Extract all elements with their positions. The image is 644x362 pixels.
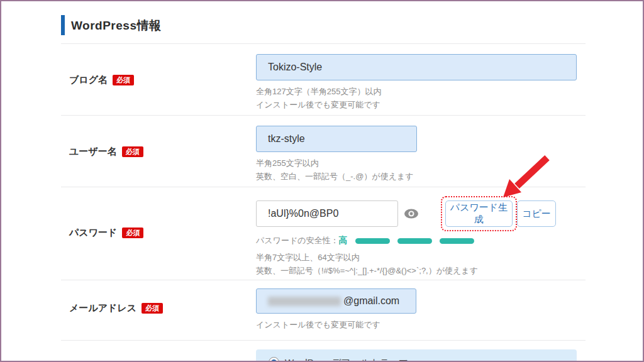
password-label: パスワード: [69, 227, 117, 239]
email-domain-text: @gmail.com: [343, 295, 399, 307]
required-badge: 必須: [122, 146, 143, 157]
generate-password-button[interactable]: パスワード生成: [445, 200, 513, 227]
radio-selected-dot: [271, 359, 277, 362]
blog-name-label: ブログ名: [69, 74, 108, 86]
blog-name-help: 全角127文字（半角255文字）以内 インストール後でも変更可能です: [256, 85, 381, 111]
divider: [61, 115, 586, 116]
help-line: インストール後でも変更可能です: [256, 98, 381, 111]
password-label-row: パスワード 必須: [69, 227, 143, 239]
annotation-arrow-icon: [489, 152, 552, 201]
help-line: 英数、空白、一部記号（_-.@）が使えます: [256, 170, 414, 183]
password-input[interactable]: [256, 200, 398, 227]
help-line: 全角127文字（半角255文字）以内: [256, 85, 381, 98]
email-label: メールアドレス: [69, 302, 136, 314]
required-badge: 必須: [142, 303, 163, 314]
wordpress-info-form: WordPress情報 ブログ名 必須 全角127文字（半角255文字）以内 イ…: [0, 0, 644, 362]
divider: [61, 187, 586, 187]
help-line: インストール後でも変更可能です: [256, 318, 380, 331]
email-input[interactable]: @gmail.com: [256, 288, 416, 314]
strength-bar: [355, 238, 390, 244]
blog-name-input[interactable]: [256, 54, 577, 80]
password-strength-row: パスワードの安全性： 高: [256, 235, 482, 246]
required-badge: 必須: [122, 228, 143, 238]
password-strength-value: 高: [339, 235, 348, 246]
theme-option-box: WordPressデフォルトテーマ: [256, 349, 577, 362]
strength-bar: [397, 238, 432, 244]
email-label-row: メールアドレス 必須: [69, 302, 163, 314]
password-help: 半角7文字以上、64文字以内 英数、一部記号（!#$%=~^|:_[].+-*/…: [256, 251, 478, 277]
theme-radio-wordpress-default[interactable]: [269, 357, 279, 362]
user-name-input[interactable]: [256, 126, 417, 152]
blog-name-label-row: ブログ名 必須: [69, 74, 134, 86]
toggle-password-visibility-icon[interactable]: [404, 207, 419, 220]
password-strength-label: パスワードの安全性：: [256, 235, 339, 246]
user-name-label: ユーザー名: [69, 146, 117, 158]
copy-password-button[interactable]: コピー: [517, 200, 556, 227]
user-name-label-row: ユーザー名 必須: [69, 146, 143, 158]
user-name-help: 半角255文字以内 英数、空白、一部記号（_-.@）が使えます: [256, 156, 414, 183]
divider: [61, 280, 586, 280]
help-line: 半角7文字以上、64文字以内: [256, 251, 478, 264]
help-line: 英数、一部記号（!#$%=~^|:_[].+-*/{}@&()<>`;?,）が使…: [256, 264, 478, 277]
divider: [61, 340, 586, 341]
redacted-email-blur: [268, 297, 341, 306]
required-badge: 必須: [113, 75, 134, 85]
divider: [61, 43, 586, 44]
help-line: 半角255文字以内: [256, 156, 414, 170]
strength-bar: [440, 238, 474, 244]
title-accent-bar: [61, 15, 65, 35]
email-help: インストール後でも変更可能です: [256, 318, 380, 331]
page-title: WordPress情報: [71, 18, 161, 34]
theme-option-label: WordPressデフォルトテーマ: [285, 357, 408, 362]
